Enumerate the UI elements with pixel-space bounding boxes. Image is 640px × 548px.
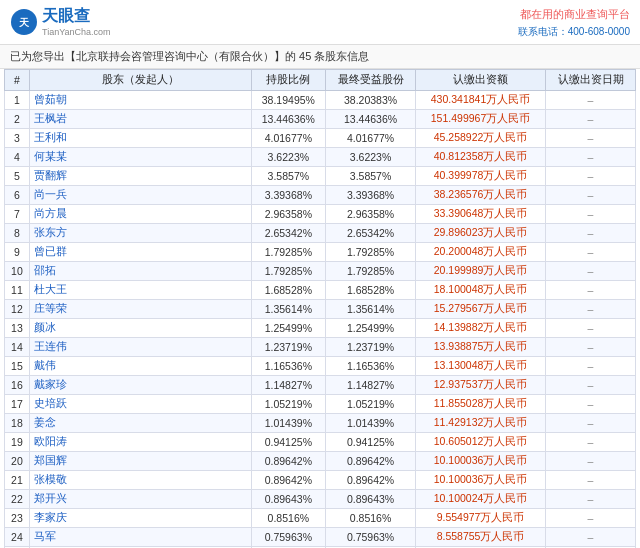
table-cell: 0.89642%	[326, 451, 416, 470]
table-row: 5贾翻辉3.5857%3.5857%40.399978万人民币–	[5, 166, 636, 185]
table-cell: 曾茹朝	[29, 90, 251, 109]
table-cell: 1.35614%	[251, 299, 326, 318]
table-cell: 张模敬	[29, 470, 251, 489]
table-cell: 20	[5, 451, 30, 470]
table-cell: 史培跃	[29, 394, 251, 413]
phone-label: 联系电话：400-608-0000	[518, 24, 630, 40]
table-cell: 0.89642%	[251, 470, 326, 489]
table-cell: 20.200048万人民币	[416, 242, 546, 261]
logo-icon: 天	[10, 8, 38, 36]
table-cell: 4.01677%	[251, 128, 326, 147]
table-cell: 4	[5, 147, 30, 166]
table-cell: 1.25499%	[251, 318, 326, 337]
table-cell: 4.01677%	[326, 128, 416, 147]
table-cell: 2	[5, 109, 30, 128]
table-row: 18姜念1.01439%1.01439%11.429132万人民币–	[5, 413, 636, 432]
table-cell: 2.65342%	[326, 223, 416, 242]
table-cell: 10.100024万人民币	[416, 489, 546, 508]
table-cell: 1.23719%	[251, 337, 326, 356]
table-cell: 16	[5, 375, 30, 394]
table-cell: 13.44636%	[251, 109, 326, 128]
table-row: 15戴伟1.16536%1.16536%13.130048万人民币–	[5, 356, 636, 375]
table-row: 19欧阳涛0.94125%0.94125%10.605012万人民币–	[5, 432, 636, 451]
table-cell: 庄等荣	[29, 299, 251, 318]
table-cell: –	[546, 261, 636, 280]
table-row: 1曾茹朝38.19495%38.20383%430.341841万人民币–	[5, 90, 636, 109]
table-cell: 14.139882万人民币	[416, 318, 546, 337]
table-cell: 1.79285%	[326, 242, 416, 261]
table-cell: 13.938875万人民币	[416, 337, 546, 356]
table-cell: 尚一兵	[29, 185, 251, 204]
table-row: 12庄等荣1.35614%1.35614%15.279567万人民币–	[5, 299, 636, 318]
table-cell: 姜念	[29, 413, 251, 432]
table-cell: 38.236576万人民币	[416, 185, 546, 204]
table-cell: 王利和	[29, 128, 251, 147]
table-cell: –	[546, 185, 636, 204]
table-cell: 1	[5, 90, 30, 109]
table-cell: 15	[5, 356, 30, 375]
table-cell: 11.429132万人民币	[416, 413, 546, 432]
table-cell: 贾翻辉	[29, 166, 251, 185]
table-cell: –	[546, 375, 636, 394]
table-cell: 张东方	[29, 223, 251, 242]
table-cell: 1.79285%	[251, 242, 326, 261]
table-cell: –	[546, 299, 636, 318]
table-cell: 10.100036万人民币	[416, 470, 546, 489]
table-cell: 3.5857%	[251, 166, 326, 185]
table-cell: –	[546, 527, 636, 546]
table-cell: 45.258922万人民币	[416, 128, 546, 147]
table-cell: 10.605012万人民币	[416, 432, 546, 451]
table-cell: 1.79285%	[251, 261, 326, 280]
table-cell: –	[546, 508, 636, 527]
table-cell: 3.39368%	[326, 185, 416, 204]
table-row: 3王利和4.01677%4.01677%45.258922万人民币–	[5, 128, 636, 147]
table-cell: 欧阳涛	[29, 432, 251, 451]
col-beneficial: 最终受益股份	[326, 69, 416, 90]
table-cell: 0.75963%	[251, 527, 326, 546]
table-cell: 40.399978万人民币	[416, 166, 546, 185]
table-cell: 2.96358%	[326, 204, 416, 223]
table-cell: 11	[5, 280, 30, 299]
table-cell: 1.16536%	[251, 356, 326, 375]
table-row: 7尚方晨2.96358%2.96358%33.390648万人民币–	[5, 204, 636, 223]
table-cell: 17	[5, 394, 30, 413]
table-cell: 2.65342%	[251, 223, 326, 242]
table-cell: –	[546, 394, 636, 413]
table-cell: 0.8516%	[326, 508, 416, 527]
table-cell: 430.341841万人民币	[416, 90, 546, 109]
table-cell: –	[546, 413, 636, 432]
table-cell: 19	[5, 432, 30, 451]
table-cell: 3.6223%	[326, 147, 416, 166]
table-cell: –	[546, 223, 636, 242]
table-cell: 1.35614%	[326, 299, 416, 318]
table-cell: 0.89642%	[326, 470, 416, 489]
table-row: 2王枫岩13.44636%13.44636%151.499967万人民币–	[5, 109, 636, 128]
table-cell: 郑开兴	[29, 489, 251, 508]
table-cell: 13.130048万人民币	[416, 356, 546, 375]
table-cell: 9	[5, 242, 30, 261]
logo-subtext: TianYanCha.com	[42, 27, 111, 37]
table-cell: 1.16536%	[326, 356, 416, 375]
table-cell: 李家庆	[29, 508, 251, 527]
table-cell: 杜大王	[29, 280, 251, 299]
table-row: 11杜大王1.68528%1.68528%18.100048万人民币–	[5, 280, 636, 299]
table-row: 20郑国辉0.89642%0.89642%10.100036万人民币–	[5, 451, 636, 470]
table-cell: 0.89643%	[251, 489, 326, 508]
table-cell: 12	[5, 299, 30, 318]
table-row: 9曾已群1.79285%1.79285%20.200048万人民币–	[5, 242, 636, 261]
table-cell: 1.68528%	[251, 280, 326, 299]
table-cell: 14	[5, 337, 30, 356]
table-cell: 13.44636%	[326, 109, 416, 128]
table-cell: 18.100048万人民币	[416, 280, 546, 299]
table-body: 1曾茹朝38.19495%38.20383%430.341841万人民币–2王枫…	[5, 90, 636, 548]
table-cell: 10.100036万人民币	[416, 451, 546, 470]
header-right: 都在用的商业查询平台 联系电话：400-608-0000	[518, 6, 630, 40]
table-cell: 0.8516%	[251, 508, 326, 527]
table-cell: 1.14827%	[251, 375, 326, 394]
table-cell: –	[546, 356, 636, 375]
table-cell: 邵拓	[29, 261, 251, 280]
table-row: 6尚一兵3.39368%3.39368%38.236576万人民币–	[5, 185, 636, 204]
table-cell: 0.89642%	[251, 451, 326, 470]
table-row: 21张模敬0.89642%0.89642%10.100036万人民币–	[5, 470, 636, 489]
table-cell: 8	[5, 223, 30, 242]
